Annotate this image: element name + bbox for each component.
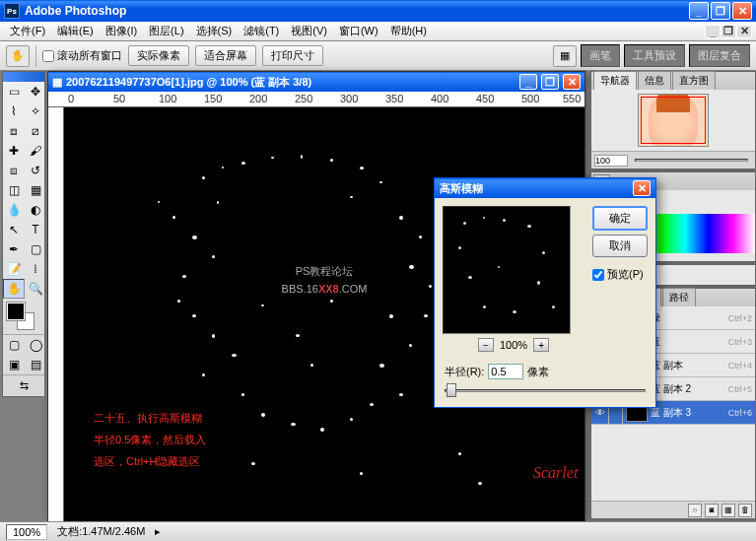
menu-select[interactable]: 选择(S) — [190, 22, 239, 40]
app-title: Adobe Photoshop — [25, 4, 689, 18]
jump-to-imageready[interactable]: ⇆ — [3, 374, 44, 396]
save-selection-icon[interactable]: ◙ — [705, 504, 719, 517]
shape-tool[interactable]: ▢ — [25, 239, 46, 259]
main-area: ▭ ✥ ⌇ ✧ ⧈ ⧄ ✚ 🖌 ⧇ ↺ ◫ ▦ 💧 ◐ ↖ T ✒ ▢ 📝 ⁞ … — [0, 71, 756, 521]
slice-tool[interactable]: ⧄ — [25, 121, 46, 141]
dodge-tool[interactable]: ◐ — [25, 200, 46, 220]
nav-zoom-slider[interactable] — [635, 159, 748, 162]
menu-filter[interactable]: 滤镜(T) — [238, 22, 285, 40]
scroll-all-checkbox[interactable]: 滚动所有窗口 — [42, 48, 122, 63]
notes-tool[interactable]: 📝 — [3, 259, 25, 279]
status-arrow-icon[interactable]: ▸ — [155, 525, 161, 538]
dialog-preview[interactable] — [443, 206, 571, 334]
menu-file[interactable]: 文件(F) — [4, 22, 51, 40]
doc-minimize-button[interactable]: _ — [705, 25, 721, 38]
tab-paths[interactable]: 路径 — [662, 288, 696, 306]
menu-layer[interactable]: 图层(L) — [143, 22, 189, 40]
pen-tool[interactable]: ✒ — [3, 239, 25, 259]
hand-tool[interactable]: ✋ — [3, 279, 25, 299]
menu-image[interactable]: 图像(I) — [100, 22, 143, 40]
close-button[interactable]: ✕ — [732, 2, 752, 20]
crop-tool[interactable]: ⧈ — [3, 121, 25, 141]
lasso-tool[interactable]: ⌇ — [3, 101, 25, 121]
cancel-button[interactable]: 取消 — [592, 235, 648, 257]
load-selection-icon[interactable]: ○ — [688, 504, 702, 517]
zoom-tool[interactable]: 🔍 — [25, 279, 46, 299]
type-tool[interactable]: T — [25, 220, 46, 239]
history-brush-tool[interactable]: ↺ — [25, 161, 46, 180]
minimize-button[interactable]: _ — [689, 2, 709, 20]
channel-shortcut: Ctrl+6 — [728, 408, 755, 418]
well-layer-comps[interactable]: 图层复合 — [689, 44, 750, 67]
tab-histogram[interactable]: 直方图 — [672, 71, 716, 90]
well-tool-presets[interactable]: 工具预设 — [624, 44, 685, 67]
scroll-all-label: 滚动所有窗口 — [57, 48, 122, 63]
doc-restore-button[interactable]: ❐ — [721, 25, 736, 38]
color-swatches[interactable] — [5, 301, 42, 332]
ruler-vertical[interactable] — [48, 107, 64, 521]
nav-zoom-input[interactable] — [594, 155, 628, 167]
menu-help[interactable]: 帮助(H) — [384, 22, 433, 40]
dialog-titlebar[interactable]: 高斯模糊 ✕ — [435, 178, 655, 198]
brush-tool[interactable]: 🖌 — [25, 141, 46, 161]
menu-edit[interactable]: 编辑(E) — [51, 22, 100, 40]
path-tool[interactable]: ↖ — [3, 220, 25, 239]
menu-view[interactable]: 视图(V) — [285, 22, 333, 40]
tab-info[interactable]: 信息 — [638, 71, 671, 90]
radius-label: 半径(R): — [445, 365, 484, 379]
hand-tool-icon[interactable]: ✋ — [6, 45, 30, 67]
radius-slider[interactable] — [445, 383, 646, 397]
document-title: 200762119497737O6[1].jpg @ 100% (蓝 副本 3/… — [66, 75, 311, 90]
eyedropper-tool[interactable]: ⁞ — [25, 259, 46, 279]
quickmask-mode[interactable]: ◯ — [25, 335, 46, 355]
marquee-tool[interactable]: ▭ — [3, 82, 25, 101]
screen-mode-2[interactable]: ▤ — [25, 355, 46, 374]
palette-well-icon[interactable]: ▦ — [553, 45, 577, 67]
preview-label: 预览(P) — [607, 267, 644, 282]
dialog-close-button[interactable]: ✕ — [633, 180, 651, 196]
ok-button[interactable]: 确定 — [592, 206, 648, 231]
document-titlebar[interactable]: ▦ 200762119497737O6[1].jpg @ 100% (蓝 副本 … — [48, 72, 584, 92]
gradient-tool[interactable]: ▦ — [25, 180, 46, 200]
app-titlebar: Ps Adobe Photoshop _ ❐ ✕ — [0, 0, 756, 22]
actual-pixels-button[interactable]: 实际像素 — [128, 45, 189, 66]
screen-mode-1[interactable]: ▣ — [3, 355, 25, 374]
new-channel-icon[interactable]: ▦ — [722, 504, 735, 517]
foreground-color[interactable] — [7, 303, 25, 320]
preview-checkbox[interactable]: 预览(P) — [592, 267, 648, 282]
standard-mode[interactable]: ▢ — [3, 335, 25, 355]
channel-shortcut: Ctrl+4 — [728, 361, 755, 371]
status-bar: 100% 文档:1.47M/2.46M ▸ — [0, 521, 756, 541]
status-docinfo: 文档:1.47M/2.46M — [57, 524, 145, 539]
doc-min-button[interactable]: _ — [519, 74, 537, 90]
delete-channel-icon[interactable]: 🗑 — [738, 504, 752, 517]
move-tool[interactable]: ✥ — [25, 82, 46, 101]
options-bar: ✋ 滚动所有窗口 实际像素 适合屏幕 打印尺寸 ▦ 画笔 工具预设 图层复合 — [0, 41, 756, 71]
fit-screen-button[interactable]: 适合屏幕 — [195, 45, 256, 66]
eraser-tool[interactable]: ◫ — [3, 180, 25, 200]
dialog-title: 高斯模糊 — [440, 181, 483, 196]
channel-shortcut: Ctrl+3 — [728, 337, 755, 347]
status-zoom[interactable]: 100% — [6, 524, 47, 540]
navigator-thumbnail[interactable] — [638, 94, 709, 147]
maximize-button[interactable]: ❐ — [711, 2, 730, 20]
ruler-horizontal[interactable]: 050 100150 200250 300350 400450 500550 — [48, 92, 584, 107]
menu-window[interactable]: 窗口(W) — [333, 22, 384, 40]
heal-tool[interactable]: ✚ — [3, 141, 25, 161]
well-brushes[interactable]: 画笔 — [581, 44, 620, 67]
tab-navigator[interactable]: 导航器 — [593, 71, 637, 90]
blur-tool[interactable]: 💧 — [3, 200, 25, 220]
toolbox-header[interactable] — [3, 72, 44, 82]
zoom-level: 100% — [500, 339, 527, 351]
print-size-button[interactable]: 打印尺寸 — [262, 45, 323, 66]
zoom-in-button[interactable]: + — [533, 338, 549, 352]
zoom-out-button[interactable]: − — [478, 338, 494, 352]
doc-x-button[interactable]: ✕ — [563, 74, 581, 90]
doc-close-button[interactable]: ✕ — [736, 25, 752, 38]
wand-tool[interactable]: ✧ — [25, 101, 46, 121]
stamp-tool[interactable]: ⧇ — [3, 161, 25, 180]
radius-input[interactable] — [488, 364, 523, 379]
doc-max-button[interactable]: ❐ — [541, 74, 559, 90]
toolbox: ▭ ✥ ⌇ ✧ ⧈ ⧄ ✚ 🖌 ⧇ ↺ ◫ ▦ 💧 ◐ ↖ T ✒ ▢ 📝 ⁞ … — [2, 71, 45, 397]
channel-shortcut: Ctrl+5 — [728, 384, 755, 394]
